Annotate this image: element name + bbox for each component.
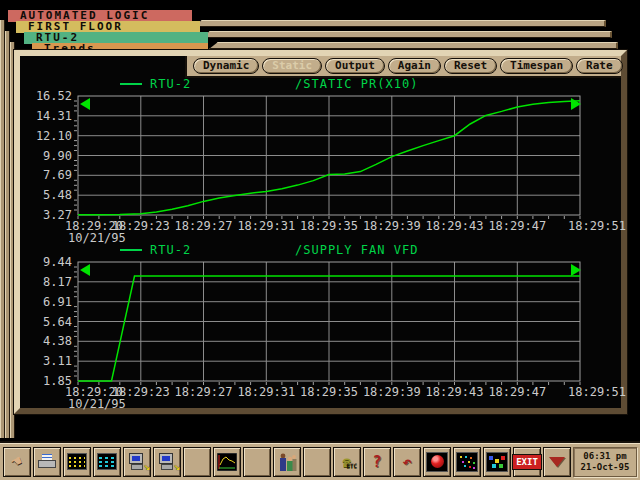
svg-text:12.10: 12.10 — [36, 129, 72, 143]
clock-time: 06:31 pm — [583, 451, 626, 462]
svg-text:3.11: 3.11 — [43, 354, 72, 368]
svg-text:8.17: 8.17 — [43, 275, 72, 289]
telephone-etc-button[interactable]: ☎ETC — [333, 447, 361, 477]
svg-text:18:29:43: 18:29:43 — [426, 385, 484, 399]
undo-arrow-icon: ↶ — [402, 453, 411, 471]
printer-icon — [38, 454, 56, 470]
color-digits-icon — [456, 452, 478, 472]
svg-text:18:29:47: 18:29:47 — [488, 385, 546, 399]
window3-top-border — [209, 42, 618, 49]
workstation-download-icon-2: ↘ — [157, 453, 177, 471]
taskbar: ☚ ↘ ↘ — [0, 441, 640, 480]
svg-text:18:29:31: 18:29:31 — [237, 219, 295, 233]
supply-fan-vfd-trend-chart: 9.448.176.915.644.383.111.8518:29:2018:2… — [20, 244, 621, 410]
svg-text:5.48: 5.48 — [43, 188, 72, 202]
pointing-hand-button[interactable]: ☚ — [3, 447, 31, 477]
svg-text:14.31: 14.31 — [36, 109, 72, 123]
svg-text:18:29:31: 18:29:31 — [237, 385, 295, 399]
trend-graph-icon — [217, 453, 237, 471]
svg-text:9.44: 9.44 — [43, 255, 72, 269]
svg-text:18:29:43: 18:29:43 — [426, 219, 484, 233]
svg-text:4.38: 4.38 — [43, 334, 72, 348]
logic-blocks-icon — [486, 452, 508, 472]
alarm-ball-icon — [426, 452, 448, 472]
graphics-display-button[interactable] — [93, 447, 121, 477]
alarm-button[interactable] — [423, 447, 451, 477]
svg-text:18:29:27: 18:29:27 — [175, 219, 233, 233]
workstation-download-button[interactable]: ↘ — [123, 447, 151, 477]
static-button[interactable]: Static — [262, 58, 322, 74]
svg-text:9.90: 9.90 — [43, 149, 72, 163]
svg-text:18:29:35: 18:29:35 — [300, 385, 358, 399]
amber-status-display-icon — [67, 453, 87, 470]
svg-text:10/21/95: 10/21/95 — [68, 231, 126, 245]
trends-window-content: Dynamic Static Output Again Reset Timesp… — [20, 56, 621, 408]
svg-text:18:29:39: 18:29:39 — [363, 219, 421, 233]
cyan-graphics-display-icon — [97, 453, 117, 470]
svg-text:18:29:47: 18:29:47 — [488, 219, 546, 233]
svg-text:18:29:39: 18:29:39 — [363, 385, 421, 399]
help-button[interactable]: ? — [363, 447, 391, 477]
status-display-button[interactable] — [63, 447, 91, 477]
rate-button[interactable]: Rate — [576, 58, 623, 74]
download-arrow-icon-2: ↘ — [173, 460, 180, 473]
occupants-icon — [277, 452, 297, 472]
window1-top-border — [193, 20, 606, 27]
again-button[interactable]: Again — [388, 58, 441, 74]
trend-toolbar: Dynamic Static Output Again Reset Timesp… — [185, 56, 621, 78]
trend-graph-button[interactable] — [213, 447, 241, 477]
empty-slot-1 — [183, 447, 211, 477]
reset-button[interactable]: Reset — [444, 58, 497, 74]
svg-text:10/21/95: 10/21/95 — [68, 397, 126, 411]
exit-button[interactable]: EXIT — [513, 447, 541, 477]
svg-text:16.52: 16.52 — [36, 89, 72, 103]
occupants-button[interactable] — [273, 447, 301, 477]
undo-button[interactable]: ↶ — [393, 447, 421, 477]
desktop: { "titles": [ {"label": "AUTOMATED LOGIC… — [0, 0, 640, 480]
clock-date: 21-Oct-95 — [581, 462, 630, 473]
trends-window: Dynamic Static Output Again Reset Timesp… — [14, 50, 627, 414]
svg-text:7.69: 7.69 — [43, 168, 72, 182]
print-button[interactable] — [33, 447, 61, 477]
timespan-button[interactable]: Timespan — [500, 58, 573, 74]
pointing-hand-icon: ☚ — [9, 452, 24, 471]
clock-panel: 06:31 pm 21-Oct-95 — [573, 447, 637, 477]
workstation-download-button-2[interactable]: ↘ — [153, 447, 181, 477]
window2-top-border — [201, 31, 612, 38]
svg-text:/SUPPLY FAN VFD: /SUPPLY FAN VFD — [295, 243, 418, 257]
etc-label: ETC — [346, 459, 357, 473]
svg-text:RTU-2: RTU-2 — [150, 77, 191, 91]
download-arrow-icon: ↘ — [143, 460, 150, 473]
svg-text:/STATIC PR(X10): /STATIC PR(X10) — [295, 77, 418, 91]
dynamic-button[interactable]: Dynamic — [193, 58, 259, 74]
svg-text:18:29:27: 18:29:27 — [175, 385, 233, 399]
empty-slot-2 — [243, 447, 271, 477]
svg-text:RTU-2: RTU-2 — [150, 243, 191, 257]
color-digits-button[interactable] — [453, 447, 481, 477]
static-pressure-trend-svg: 16.5214.3112.109.907.695.483.2718:29:201… — [20, 78, 621, 244]
logic-blocks-button[interactable] — [483, 447, 511, 477]
svg-text:5.64: 5.64 — [43, 315, 72, 329]
supply-fan-vfd-trend-svg: 9.448.176.915.644.383.111.8518:29:2018:2… — [20, 244, 621, 410]
svg-text:18:29:35: 18:29:35 — [300, 219, 358, 233]
svg-text:6.91: 6.91 — [43, 295, 72, 309]
output-button[interactable]: Output — [325, 58, 385, 74]
telephone-icon: ☎ETC — [343, 455, 351, 469]
scroll-left-arrow-icon[interactable] — [80, 264, 90, 276]
svg-text:18:29:51: 18:29:51 — [568, 219, 626, 233]
exit-label: EXIT — [512, 454, 542, 470]
scroll-left-arrow-icon[interactable] — [80, 98, 90, 110]
taskbar-menu-button[interactable] — [543, 447, 571, 477]
menu-down-arrow-icon — [549, 457, 565, 467]
workstation-download-icon: ↘ — [127, 453, 147, 471]
svg-text:18:29:51: 18:29:51 — [568, 385, 626, 399]
question-mark-icon: ? — [372, 453, 381, 471]
static-pressure-trend-chart: 16.5214.3112.109.907.695.483.2718:29:201… — [20, 78, 621, 244]
empty-slot-3 — [303, 447, 331, 477]
